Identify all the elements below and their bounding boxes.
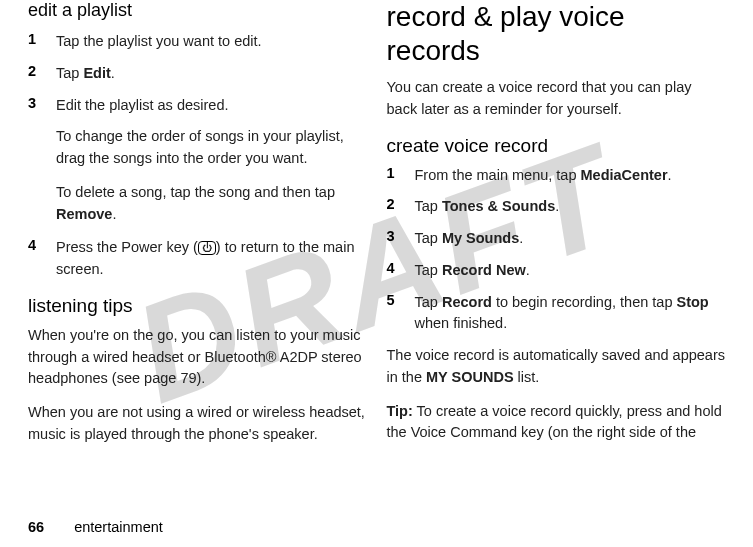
edit-step-3a: To change the order of songs in your pla…: [56, 126, 367, 170]
record-step-1: 1 From the main menu, tap MediaCenter.: [387, 165, 726, 187]
right-column: record & play voice records You can crea…: [377, 0, 736, 547]
text-bold2: Stop: [677, 294, 709, 310]
step-text-prefix: Tap: [56, 65, 83, 81]
edit-step-4: 4 Press the Power key () to return to th…: [28, 237, 367, 281]
step-number: 2: [387, 196, 415, 218]
left-column: edit a playlist 1 Tap the playlist you w…: [18, 0, 377, 547]
page-content: edit a playlist 1 Tap the playlist you w…: [0, 0, 753, 547]
text-bold: Remove: [56, 206, 112, 222]
step-number: 3: [28, 95, 56, 117]
listening-p1: When you're on the go, you can listen to…: [28, 325, 367, 390]
text-prefix: From the main menu, tap: [415, 167, 581, 183]
text-prefix: Tap: [415, 262, 442, 278]
text-suffix: .: [519, 230, 523, 246]
step-text: Edit the playlist as desired.: [56, 95, 228, 117]
text-prefix: Tap: [415, 198, 442, 214]
step-text-bold: Edit: [83, 65, 110, 81]
record-step-5: 5 Tap Record to begin recording, then ta…: [387, 292, 726, 336]
edit-step-1: 1 Tap the playlist you want to edit.: [28, 31, 367, 53]
text-bold: MY SOUNDS: [426, 369, 514, 385]
listening-tips-heading: listening tips: [28, 295, 367, 317]
step-text: From the main menu, tap MediaCenter.: [415, 165, 672, 187]
text-prefix: To delete a song, tap the song and then …: [56, 184, 335, 200]
create-voice-record-heading: create voice record: [387, 135, 726, 157]
text-suffix: list.: [514, 369, 540, 385]
edit-step-3b: To delete a song, tap the song and then …: [56, 182, 367, 226]
text-bold1: Record: [442, 294, 492, 310]
step-number: 1: [28, 31, 56, 53]
step-text: Tap the playlist you want to edit.: [56, 31, 262, 53]
record-step-4: 4 Tap Record New.: [387, 260, 726, 282]
step-number: 4: [28, 237, 56, 281]
step-number: 1: [387, 165, 415, 187]
step-number: 3: [387, 228, 415, 250]
step-text: Press the Power key () to return to the …: [56, 237, 367, 281]
tip-label: Tip:: [387, 403, 413, 419]
step-text-prefix: Press the Power key (: [56, 239, 198, 255]
step-text: Tap Record New.: [415, 260, 530, 282]
text-suffix: .: [668, 167, 672, 183]
tip-body: To create a voice record quickly, press …: [387, 403, 722, 441]
text-prefix: Tap: [415, 230, 442, 246]
record-intro: You can create a voice record that you c…: [387, 77, 726, 121]
step-number: 4: [387, 260, 415, 282]
step-number: 5: [387, 292, 415, 336]
text-suffix: when finished.: [415, 315, 508, 331]
power-key-icon: [198, 241, 216, 255]
record-saved-text: The voice record is automatically saved …: [387, 345, 726, 389]
text-prefix: Tap: [415, 294, 442, 310]
text-mid: to begin recording, then tap: [492, 294, 677, 310]
text-bold: Tones & Sounds: [442, 198, 555, 214]
text-bold: MediaCenter: [581, 167, 668, 183]
tip-text: Tip: To create a voice record quickly, p…: [387, 401, 726, 445]
step-text: Tap Tones & Sounds.: [415, 196, 560, 218]
record-step-2: 2 Tap Tones & Sounds.: [387, 196, 726, 218]
listening-p2: When you are not using a wired or wirele…: [28, 402, 367, 446]
text-bold: My Sounds: [442, 230, 519, 246]
step-text-suffix: .: [111, 65, 115, 81]
step-number: 2: [28, 63, 56, 85]
step-text: Tap My Sounds.: [415, 228, 524, 250]
text-suffix: .: [112, 206, 116, 222]
edit-step-2: 2 Tap Edit.: [28, 63, 367, 85]
step-text: Tap Edit.: [56, 63, 115, 85]
text-suffix: .: [526, 262, 530, 278]
text-bold: Record New: [442, 262, 526, 278]
text-suffix: .: [555, 198, 559, 214]
record-play-heading: record & play voice records: [387, 0, 726, 67]
record-step-3: 3 Tap My Sounds.: [387, 228, 726, 250]
edit-step-3: 3 Edit the playlist as desired.: [28, 95, 367, 117]
edit-playlist-heading: edit a playlist: [28, 0, 367, 21]
step-text: Tap Record to begin recording, then tap …: [415, 292, 726, 336]
